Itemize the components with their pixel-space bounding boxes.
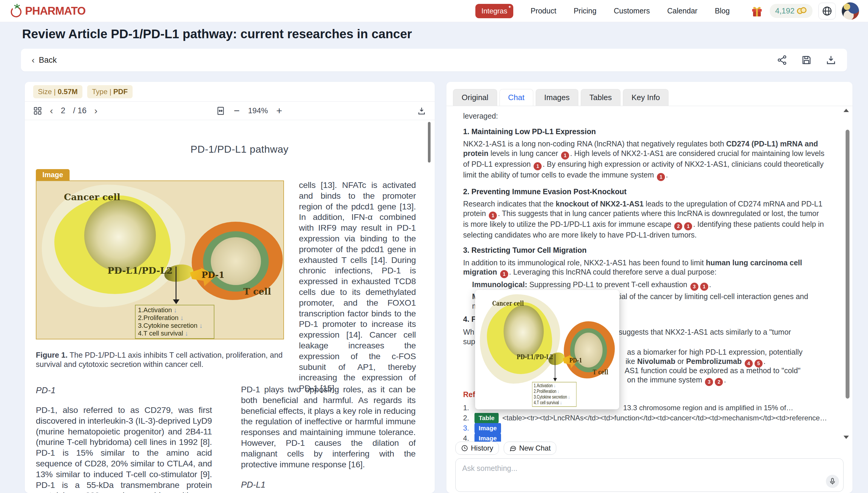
top-navbar: PHARMATO Integras✦ ProductPricingCustome… <box>0 0 868 22</box>
tomato-logo-icon <box>9 4 23 18</box>
zoom-level: 194% <box>248 106 268 115</box>
pdf-paragraph: PD-1 plays two opposing roles, as it can… <box>241 384 416 470</box>
share-icon[interactable] <box>777 55 787 65</box>
effect-line: 4.T cell survival ↓ <box>533 400 575 406</box>
citation-badge[interactable]: 2 <box>674 222 682 230</box>
scroll-down-arrow[interactable] <box>844 436 849 439</box>
citation-badge[interactable]: 1 <box>657 173 665 181</box>
ask-input[interactable] <box>456 459 843 492</box>
sparkle-icon: ✦ <box>508 4 511 9</box>
chat-scrollbar[interactable] <box>846 130 849 399</box>
user-avatar[interactable] <box>842 2 859 20</box>
pd1-section-heading: PD-1 <box>36 385 55 395</box>
citation-badge[interactable]: 1 <box>489 212 497 220</box>
coin-icon <box>797 7 807 15</box>
page-next-button[interactable]: › <box>94 105 98 116</box>
reference-item[interactable]: 4.Image <box>463 433 826 442</box>
back-button[interactable]: ‹ Back <box>32 55 57 65</box>
chat-section-heading: 2. Preventing Immune Evasion Post-Knocko… <box>463 187 826 197</box>
reference-badge-image[interactable]: Image <box>475 423 501 433</box>
page-prev-button[interactable]: ‹ <box>50 105 53 116</box>
reference-item[interactable]: 2.Table<table><tr><td>LncRNAs</td><td>fu… <box>463 413 826 423</box>
scroll-up-arrow[interactable] <box>844 109 849 112</box>
pdf-article-title: PD-1/PD-L1 pathway <box>190 144 289 155</box>
nav-link-blog[interactable]: Blog <box>715 6 730 15</box>
effect-line: 1.Activation ↓ <box>138 306 211 314</box>
cancer-cell-label: Cancer cell <box>64 192 120 202</box>
gift-icon[interactable] <box>750 4 764 18</box>
t-cell-label: T cell <box>243 286 271 297</box>
tab-chat[interactable]: Chat <box>500 89 533 106</box>
reference-number: 4. <box>463 433 475 442</box>
chat-bubble-icon <box>509 445 517 452</box>
citation-badge[interactable]: 2 <box>715 378 723 386</box>
chat-text-fragment: 4. F <box>463 315 476 324</box>
citation-badge[interactable]: 1 <box>700 283 708 291</box>
coins-counter[interactable]: 4,192 <box>770 4 813 18</box>
chat-text-fragment: as a biomarker for high PD-L1 expression… <box>627 347 803 357</box>
mic-button[interactable] <box>826 475 839 488</box>
tab-original[interactable]: Original <box>453 89 497 106</box>
down-arrow <box>176 266 177 300</box>
citation-badge[interactable]: 3 <box>690 283 699 291</box>
chat-text-fragment: on the immune system 32. <box>627 375 726 386</box>
chat-text-fragment: sup <box>463 337 475 347</box>
chat-paragraph: leveraged: <box>463 111 826 121</box>
save-icon[interactable] <box>801 55 812 65</box>
effect-line: 2.Proliferation ↓ <box>533 389 575 394</box>
effect-line: 3.Cytokine secretion ↓ <box>138 322 211 329</box>
brand-logo[interactable]: PHARMATO <box>9 4 85 18</box>
pdl1-section-heading: PD-L1 <box>241 480 266 490</box>
brand-name: PHARMATO <box>25 5 85 17</box>
fit-width-icon[interactable] <box>216 106 225 115</box>
tab-tables[interactable]: Tables <box>581 89 620 106</box>
clock-icon <box>461 445 468 452</box>
tab-images[interactable]: Images <box>536 89 578 106</box>
nav-link-customers[interactable]: Customers <box>614 6 650 15</box>
zoom-out-button[interactable]: − <box>234 105 240 116</box>
new-chat-button[interactable]: New Chat <box>504 442 556 455</box>
image-preview-popup: Cancer cell PD-L1/PD-L2 PD-1 T cell 1.Ac… <box>475 290 619 409</box>
chat-text-fragment: suggests that NKX2-1-AS1 acts similarly … <box>619 327 791 337</box>
citation-badge[interactable]: 1 <box>561 151 569 159</box>
nav-link-pricing[interactable]: Pricing <box>574 6 596 15</box>
page-title: Review Article PD-1/PD-L1 pathway: curre… <box>22 27 412 41</box>
tab-key-info[interactable]: Key Info <box>623 89 668 106</box>
citation-badge[interactable]: 1 <box>533 162 542 170</box>
page-number-input[interactable]: 2 <box>61 106 65 115</box>
pdf-download-icon[interactable] <box>417 106 426 115</box>
file-size-badge: Size | 0.57M <box>33 85 83 98</box>
assistant-panel: OriginalChatImagesTablesKey Info leverag… <box>447 82 852 493</box>
citation-badge[interactable]: 1 <box>500 270 508 278</box>
pdf-scrollbar[interactable] <box>428 122 431 163</box>
pdl1-label: PD-L1/PD-L2 <box>108 265 173 276</box>
reference-number: 2. <box>463 413 475 423</box>
chat-paragraph: Research indicates that the knockout of … <box>463 199 826 240</box>
reference-number: 1. <box>463 403 475 413</box>
download-icon[interactable] <box>826 55 836 65</box>
pd1-label: PD-1 <box>202 270 225 280</box>
reference-badge-table[interactable]: Table <box>475 413 499 423</box>
reference-number: 3. <box>463 423 475 433</box>
reference-text: <table><tr><td>LncRNAs</td><td>function<… <box>502 413 826 423</box>
reference-badge-image[interactable]: Image <box>475 433 501 442</box>
page-count-label: / 16 <box>73 106 87 115</box>
figure-caption: Figure 1. The PD-1/PD-L1 axis inhibits T… <box>36 350 300 369</box>
reference-item[interactable]: 3.Image <box>463 423 826 433</box>
language-globe-button[interactable] <box>818 3 836 19</box>
citation-badge[interactable]: 1 <box>684 222 692 230</box>
chat-section-heading: 1. Maintaining Low PD-L1 Expression <box>463 127 826 136</box>
citation-badge[interactable]: 3 <box>705 378 713 386</box>
thumbnails-grid-icon[interactable] <box>33 106 42 115</box>
nav-link-calendar[interactable]: Calendar <box>667 6 697 15</box>
history-button[interactable]: History <box>455 442 499 455</box>
effects-list-box: 1.Activation ↓2.Proliferation ↓3.Cytokin… <box>135 305 214 339</box>
integras-button[interactable]: Integras✦ <box>475 4 513 18</box>
file-type-badge: Type | PDF <box>87 85 133 98</box>
chat-text-fragment: AS1 function could be explored as a meth… <box>625 366 801 376</box>
nav-link-product[interactable]: Product <box>531 6 556 15</box>
chat-paragraph: In addition to its immunological role, N… <box>463 258 826 278</box>
figure-1: Cancer cell PD-L1/PD-L2 PD-1 T cell 1.Ac… <box>36 180 284 339</box>
zoom-in-button[interactable]: + <box>276 105 282 116</box>
chat-paragraph: Immunological: Suppressing PD-L1 to prev… <box>472 280 826 291</box>
